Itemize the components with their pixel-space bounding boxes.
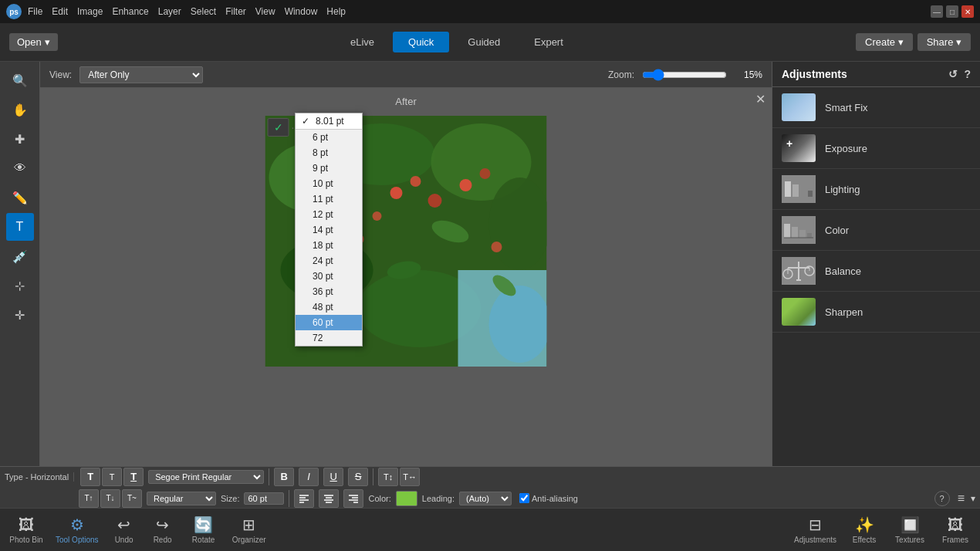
- share-button[interactable]: Share ▾: [917, 33, 971, 51]
- titlebar-menu: File Edit Image Enhance Layer Select Fil…: [28, 6, 346, 17]
- font-size-item-12[interactable]: 60 pt: [296, 315, 362, 330]
- maximize-button[interactable]: □: [946, 5, 958, 18]
- textures-button[interactable]: 🔲 Textures: [886, 512, 934, 547]
- frames-button[interactable]: 🖼 Frames: [934, 513, 977, 547]
- anti-aliasing-checkbox[interactable]: [519, 493, 529, 503]
- tool-hand[interactable]: ✋: [6, 96, 34, 123]
- text-horizontal-icon[interactable]: T↔: [400, 468, 420, 486]
- close-button[interactable]: ✕: [961, 5, 974, 18]
- svg-point-13: [460, 179, 472, 191]
- menu-list-icon[interactable]: ≡: [958, 492, 965, 505]
- anti-aliasing-label: Anti-aliasing: [532, 494, 578, 503]
- font-size-item-4[interactable]: 11 pt: [296, 191, 362, 207]
- minimize-button[interactable]: —: [931, 5, 943, 18]
- type-icon-smallT[interactable]: T: [102, 468, 122, 486]
- menu-file[interactable]: File: [28, 6, 42, 17]
- underline-button[interactable]: U: [323, 468, 343, 486]
- photo-bin-button[interactable]: 🖼 Photo Bin: [3, 513, 49, 547]
- bold-button[interactable]: B: [274, 468, 294, 486]
- font-size-item-3[interactable]: 10 pt: [296, 176, 362, 191]
- textures-icon: 🔲: [901, 516, 920, 534]
- adjustment-exposure[interactable]: + Exposure: [772, 128, 980, 169]
- font-size-item-0[interactable]: 6 pt: [296, 130, 362, 145]
- type-icon-warped[interactable]: T~: [122, 489, 142, 508]
- tool-brush[interactable]: ✏️: [6, 184, 34, 211]
- view-label: View:: [49, 69, 72, 80]
- tab-quick[interactable]: Quick: [393, 32, 449, 52]
- tool-quick-select[interactable]: ✚: [6, 125, 34, 153]
- tab-elive[interactable]: eLive: [335, 32, 390, 52]
- expand-icon[interactable]: ▾: [971, 493, 975, 504]
- svg-rect-26: [792, 184, 799, 197]
- menu-layer[interactable]: Layer: [158, 6, 181, 17]
- font-family-select[interactable]: Segoe Print Regular: [148, 470, 264, 484]
- organizer-button[interactable]: ⊞ Organizer: [225, 512, 273, 547]
- tool-move[interactable]: ✛: [6, 301, 34, 329]
- menu-select[interactable]: Select: [191, 6, 216, 17]
- adjustment-color[interactable]: Color: [772, 210, 980, 251]
- font-size-item-10[interactable]: 36 pt: [296, 284, 362, 299]
- font-size-item-8[interactable]: 24 pt: [296, 253, 362, 269]
- font-size-item-7[interactable]: 18 pt: [296, 238, 362, 253]
- menu-edit[interactable]: Edit: [52, 6, 68, 17]
- help-icon[interactable]: ?: [934, 491, 950, 506]
- undo-button[interactable]: ↩ Undo: [105, 512, 144, 547]
- adjustment-sharpen[interactable]: Sharpen: [772, 292, 980, 333]
- tool-options-button[interactable]: ⚙ Tool Options: [49, 512, 105, 547]
- tab-guided[interactable]: Guided: [452, 32, 515, 52]
- font-size-item-11[interactable]: 48 pt: [296, 299, 362, 315]
- open-button[interactable]: Open ▾: [9, 33, 58, 51]
- font-size-item-5[interactable]: 12 pt: [296, 207, 362, 222]
- italic-button[interactable]: I: [299, 468, 319, 486]
- window-controls: — □ ✕: [931, 5, 974, 18]
- font-style-select[interactable]: Regular: [147, 492, 216, 505]
- zoom-slider[interactable]: [642, 69, 727, 81]
- photo-bin-icon: 🖼: [19, 516, 34, 534]
- rotate-label: Rotate: [192, 536, 215, 544]
- type-icon-underline[interactable]: T: [123, 468, 144, 486]
- font-size-item-2[interactable]: 9 pt: [296, 161, 362, 176]
- menu-image[interactable]: Image: [77, 6, 103, 17]
- align-left-button[interactable]: [294, 489, 314, 508]
- redo-button[interactable]: ↪ Redo: [144, 512, 182, 547]
- adjustment-smart-fix[interactable]: Smart Fix: [772, 87, 980, 128]
- menu-help[interactable]: Help: [326, 6, 346, 17]
- font-size-item-6[interactable]: 14 pt: [296, 222, 362, 238]
- type-icon-small[interactable]: T↓: [100, 489, 120, 508]
- tool-type[interactable]: T: [6, 213, 34, 241]
- menu-filter[interactable]: Filter: [225, 6, 246, 17]
- strikethrough-button[interactable]: S: [348, 468, 368, 486]
- accept-button[interactable]: ✓: [268, 118, 289, 137]
- text-vertical-icon[interactable]: T↕: [378, 468, 398, 486]
- create-button[interactable]: Create ▾: [856, 33, 913, 51]
- type-row-2: space T↑ T↓ T~ Regular Size:: [0, 488, 980, 509]
- tool-eye[interactable]: 👁: [6, 154, 34, 182]
- adjustments-panel-button[interactable]: ⊟ Adjustments: [788, 512, 843, 547]
- tool-eyedropper[interactable]: 💉: [6, 242, 34, 270]
- view-select[interactable]: After Only: [79, 66, 203, 83]
- adjustment-balance[interactable]: Balance: [772, 251, 980, 292]
- type-icon-large[interactable]: T↑: [79, 489, 99, 508]
- tool-zoom[interactable]: 🔍: [6, 66, 34, 94]
- panel-reset-icon[interactable]: ↺: [948, 68, 958, 80]
- size-input[interactable]: [244, 492, 284, 505]
- menu-window[interactable]: Window: [285, 6, 318, 17]
- menu-enhance[interactable]: Enhance: [112, 6, 148, 17]
- close-canvas-button[interactable]: ✕: [755, 92, 765, 106]
- font-size-item-9[interactable]: 30 pt: [296, 269, 362, 284]
- align-center-button[interactable]: [319, 489, 339, 508]
- type-icon-horizontal[interactable]: T: [80, 468, 100, 486]
- align-right-button[interactable]: [343, 489, 363, 508]
- effects-button[interactable]: ✨ Effects: [843, 512, 886, 547]
- color-swatch[interactable]: [396, 491, 417, 506]
- panel-help-icon[interactable]: ?: [964, 68, 971, 80]
- menu-view[interactable]: View: [255, 6, 275, 17]
- font-size-item-13[interactable]: 72: [296, 330, 362, 346]
- adjustment-lighting[interactable]: Lighting: [772, 169, 980, 210]
- rotate-button[interactable]: 🔄 Rotate: [182, 512, 225, 547]
- mode-tabs: eLive Quick Guided Expert: [66, 32, 848, 52]
- tab-expert[interactable]: Expert: [519, 32, 579, 52]
- leading-select[interactable]: (Auto): [459, 492, 512, 505]
- tool-crop[interactable]: ⊹: [6, 272, 34, 299]
- font-size-item-1[interactable]: 8 pt: [296, 145, 362, 161]
